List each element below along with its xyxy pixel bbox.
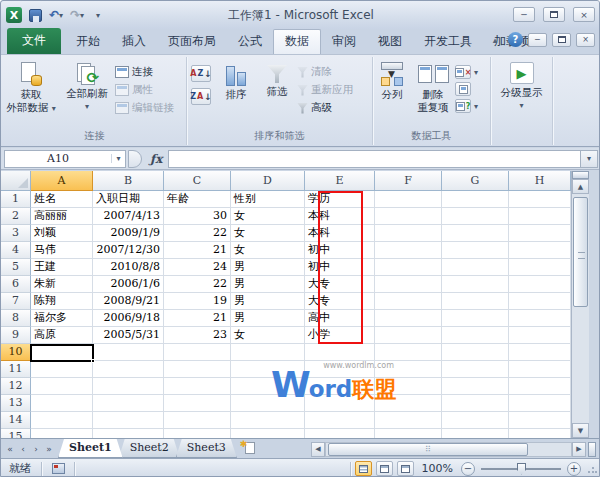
cell-D2[interactable]: 女	[231, 208, 305, 225]
restore-button[interactable]	[543, 7, 565, 22]
cell-H8[interactable]	[509, 310, 571, 327]
row-header-4[interactable]: 4	[1, 242, 31, 259]
row-header-10[interactable]: 10	[1, 344, 31, 361]
connections-button[interactable]: 连接	[115, 65, 185, 79]
properties-button[interactable]: 属性	[115, 83, 185, 97]
cell-D8[interactable]: 男	[231, 310, 305, 327]
zoom-in-button[interactable]: +	[567, 462, 581, 476]
cell-H12[interactable]	[509, 378, 571, 395]
horizontal-scroll-thumb[interactable]	[328, 443, 528, 456]
first-sheet-button[interactable]: «	[4, 444, 16, 454]
cell-F2[interactable]	[375, 208, 442, 225]
prev-sheet-button[interactable]: ‹	[17, 444, 29, 454]
cell-F10[interactable]	[375, 344, 442, 361]
cell-F3[interactable]	[375, 225, 442, 242]
cell-F9[interactable]	[375, 327, 442, 344]
fill-handle[interactable]	[91, 359, 95, 363]
cell-H6[interactable]	[509, 276, 571, 293]
last-sheet-button[interactable]: »	[43, 444, 55, 454]
cell-C13[interactable]	[164, 395, 231, 412]
cell-B2[interactable]: 2007/4/13	[93, 208, 164, 225]
cell-D6[interactable]: 男	[231, 276, 305, 293]
cell-G8[interactable]	[442, 310, 509, 327]
cell-D14[interactable]	[231, 412, 305, 429]
cell-H4[interactable]	[509, 242, 571, 259]
cell-G13[interactable]	[442, 395, 509, 412]
cell-G6[interactable]	[442, 276, 509, 293]
sort-button[interactable]: 排序	[215, 59, 257, 127]
resize-grip[interactable]	[587, 464, 597, 474]
active-cell-selection[interactable]	[30, 344, 94, 362]
cell-F4[interactable]	[375, 242, 442, 259]
cell-H2[interactable]	[509, 208, 571, 225]
cell-C14[interactable]	[164, 412, 231, 429]
cell-B15[interactable]	[93, 429, 164, 438]
cell-H1[interactable]	[509, 191, 571, 208]
scroll-right-button[interactable]: ▶	[572, 442, 586, 457]
vertical-split-box[interactable]	[572, 171, 589, 179]
sheet-tab-sheet3[interactable]: Sheet3	[176, 439, 237, 458]
cell-C6[interactable]: 22	[164, 276, 231, 293]
insert-function-button[interactable]: ƒx	[142, 152, 168, 166]
horizontal-split-box[interactable]	[588, 442, 596, 457]
cell-B12[interactable]	[93, 378, 164, 395]
sort-ascending-button[interactable]: AZ↓	[191, 65, 211, 82]
zoom-level[interactable]: 100%	[422, 462, 453, 475]
scroll-down-button[interactable]: ▼	[572, 423, 589, 438]
column-header-H[interactable]: H	[509, 171, 571, 191]
cell-G12[interactable]	[442, 378, 509, 395]
column-header-A[interactable]: A	[31, 171, 93, 191]
cell-C11[interactable]	[164, 361, 231, 378]
horizontal-scrollbar[interactable]: ◀ ▶	[311, 441, 596, 457]
insert-worksheet-button[interactable]: ✱	[239, 439, 265, 458]
cell-G10[interactable]	[442, 344, 509, 361]
page-break-view-button[interactable]	[397, 461, 414, 476]
formula-input[interactable]	[168, 150, 580, 168]
cell-G7[interactable]	[442, 293, 509, 310]
cell-H5[interactable]	[509, 259, 571, 276]
cell-G9[interactable]	[442, 327, 509, 344]
cell-D3[interactable]: 女	[231, 225, 305, 242]
next-sheet-button[interactable]: ›	[30, 444, 42, 454]
cell-C2[interactable]: 30	[164, 208, 231, 225]
cell-C3[interactable]: 22	[164, 225, 231, 242]
cell-H14[interactable]	[509, 412, 571, 429]
cell-A5[interactable]: 王建	[31, 259, 93, 276]
cell-C7[interactable]: 19	[164, 293, 231, 310]
row-header-2[interactable]: 2	[1, 208, 31, 225]
cell-B9[interactable]: 2005/5/31	[93, 327, 164, 344]
vertical-scroll-thumb[interactable]	[573, 197, 588, 307]
column-header-E[interactable]: E	[305, 171, 375, 191]
cell-D10[interactable]	[231, 344, 305, 361]
get-external-data-button[interactable]: 获取 外部数据 ▾	[3, 59, 59, 127]
help-button[interactable]: ?	[508, 32, 523, 47]
tab-page-layout[interactable]: 页面布局	[157, 30, 227, 54]
cell-A9[interactable]: 高原	[31, 327, 93, 344]
tab-data[interactable]: 数据	[273, 29, 321, 54]
column-header-B[interactable]: B	[93, 171, 164, 191]
reapply-button[interactable]: 重新应用	[297, 83, 369, 97]
row-header-7[interactable]: 7	[1, 293, 31, 310]
tab-home[interactable]: 开始	[65, 30, 111, 54]
cell-B13[interactable]	[93, 395, 164, 412]
cell-B8[interactable]: 2006/9/18	[93, 310, 164, 327]
cell-F6[interactable]	[375, 276, 442, 293]
expand-formula-bar-button[interactable]: ▾	[580, 150, 598, 168]
cell-C1[interactable]: 年龄	[164, 191, 231, 208]
cell-B4[interactable]: 2007/12/30	[93, 242, 164, 259]
cell-F14[interactable]	[375, 412, 442, 429]
what-if-analysis-button[interactable]: ?▾	[455, 99, 478, 113]
zoom-out-button[interactable]: −	[461, 462, 475, 476]
cell-A13[interactable]	[31, 395, 93, 412]
cell-F5[interactable]	[375, 259, 442, 276]
cell-C9[interactable]: 23	[164, 327, 231, 344]
tab-formulas[interactable]: 公式	[227, 30, 273, 54]
consolidate-button[interactable]	[455, 82, 471, 96]
cell-B3[interactable]: 2009/1/9	[93, 225, 164, 242]
horizontal-scroll-track[interactable]	[325, 442, 572, 457]
tab-insert[interactable]: 插入	[111, 30, 157, 54]
cell-F8[interactable]	[375, 310, 442, 327]
scroll-up-button[interactable]: ▲	[572, 179, 589, 194]
cell-D7[interactable]: 男	[231, 293, 305, 310]
row-header-6[interactable]: 6	[1, 276, 31, 293]
